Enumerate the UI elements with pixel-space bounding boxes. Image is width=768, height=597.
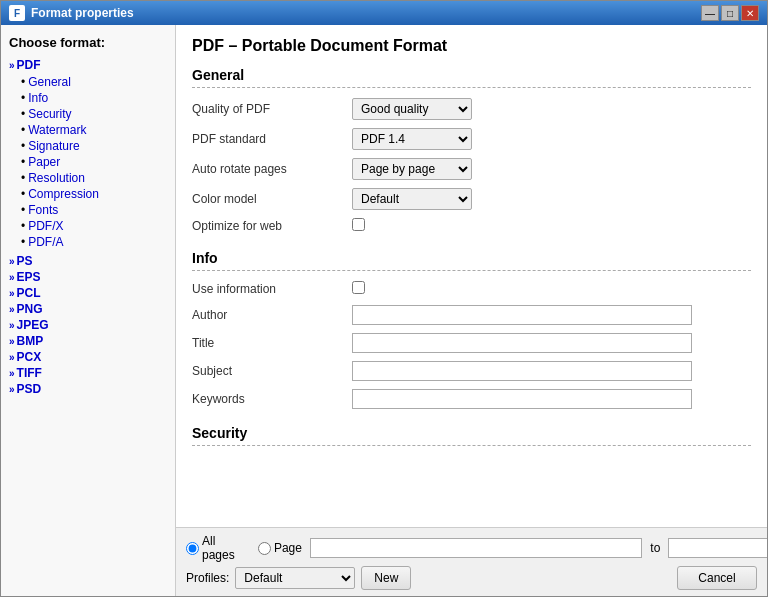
sidebar-item-png[interactable]: » PNG	[9, 302, 167, 316]
pdf-standard-control: PDF 1.4 PDF 1.5 PDF 1.6 PDF/A-1a PDF/A-1…	[352, 128, 751, 150]
cancel-button[interactable]: Cancel	[677, 566, 757, 590]
color-model-control: Default RGB CMYK Grayscale	[352, 188, 751, 210]
sidebar-sub-paper[interactable]: Paper	[21, 154, 167, 170]
pdf-standard-select[interactable]: PDF 1.4 PDF 1.5 PDF 1.6 PDF/A-1a PDF/A-1…	[352, 128, 472, 150]
sidebar-ps-label: PS	[17, 254, 33, 268]
use-info-checkbox[interactable]	[352, 281, 365, 294]
optimize-web-label: Optimize for web	[192, 219, 352, 233]
quality-label: Quality of PDF	[192, 102, 352, 116]
sidebar-item-pdf[interactable]: » PDF	[9, 58, 167, 72]
page-to-input[interactable]	[668, 538, 767, 558]
page-from-input[interactable]	[310, 538, 642, 558]
pdf-standard-label: PDF standard	[192, 132, 352, 146]
sidebar-jpeg-label: JPEG	[17, 318, 49, 332]
auto-rotate-row: Auto rotate pages Page by page None All	[192, 158, 751, 180]
sidebar-eps-label: EPS	[17, 270, 41, 284]
sidebar-sub-watermark[interactable]: Watermark	[21, 122, 167, 138]
arrow-icon-png: »	[9, 304, 15, 315]
cancel-actions: Cancel	[677, 566, 757, 590]
minimize-button[interactable]: —	[701, 5, 719, 21]
arrow-icon-pcl: »	[9, 288, 15, 299]
use-info-row: Use information	[192, 281, 751, 297]
sidebar-sub-security[interactable]: Security	[21, 106, 167, 122]
sidebar-item-ps[interactable]: » PS	[9, 254, 167, 268]
sidebar-sub-pdfx[interactable]: PDF/X	[21, 218, 167, 234]
bottom-row-pages: All pages Page to Continue	[186, 534, 757, 562]
main-window: F Format properties — □ ✕ Choose format:…	[0, 0, 768, 597]
section-security: Security	[192, 425, 751, 446]
auto-rotate-label: Auto rotate pages	[192, 162, 352, 176]
content-area: Choose format: » PDF General Info Securi…	[1, 25, 767, 596]
profiles-select[interactable]: Default	[235, 567, 355, 589]
new-button[interactable]: New	[361, 566, 411, 590]
sidebar-item-tiff[interactable]: » TIFF	[9, 366, 167, 380]
window-controls: — □ ✕	[701, 5, 759, 21]
sidebar-group-pdf: » PDF General Info Security Watermark Si…	[9, 58, 167, 250]
window-title: Format properties	[31, 6, 134, 20]
sidebar-item-bmp[interactable]: » BMP	[9, 334, 167, 348]
sidebar-png-label: PNG	[17, 302, 43, 316]
color-model-row: Color model Default RGB CMYK Grayscale	[192, 188, 751, 210]
sidebar-sub-pdfa[interactable]: PDF/A	[21, 234, 167, 250]
author-control	[352, 305, 751, 325]
close-button[interactable]: ✕	[741, 5, 759, 21]
keywords-input[interactable]	[352, 389, 692, 409]
page-radio[interactable]	[258, 542, 271, 555]
sidebar-sub-compression[interactable]: Compression	[21, 186, 167, 202]
quality-row: Quality of PDF Good quality Best quality…	[192, 98, 751, 120]
sidebar-pdf-label: PDF	[17, 58, 41, 72]
subject-control	[352, 361, 751, 381]
title-label: Title	[192, 336, 352, 350]
sidebar-item-pcx[interactable]: » PCX	[9, 350, 167, 364]
sidebar-bmp-label: BMP	[17, 334, 44, 348]
profiles-label: Profiles:	[186, 571, 229, 585]
title-control	[352, 333, 751, 353]
title-bar: F Format properties — □ ✕	[1, 1, 767, 25]
use-info-label: Use information	[192, 282, 352, 296]
maximize-button[interactable]: □	[721, 5, 739, 21]
optimize-web-checkbox[interactable]	[352, 218, 365, 231]
to-text: to	[650, 541, 660, 555]
sidebar-item-pcl[interactable]: » PCL	[9, 286, 167, 300]
author-label: Author	[192, 308, 352, 322]
keywords-row: Keywords	[192, 389, 751, 409]
arrow-icon-tiff: »	[9, 368, 15, 379]
auto-rotate-select[interactable]: Page by page None All	[352, 158, 472, 180]
title-input[interactable]	[352, 333, 692, 353]
arrow-icon-jpeg: »	[9, 320, 15, 331]
optimize-web-row: Optimize for web	[192, 218, 751, 234]
author-input[interactable]	[352, 305, 692, 325]
page-radio-label[interactable]: Page	[258, 541, 302, 555]
arrow-icon-psd: »	[9, 384, 15, 395]
quality-control: Good quality Best quality Compact Custom	[352, 98, 751, 120]
sidebar-item-psd[interactable]: » PSD	[9, 382, 167, 396]
color-model-select[interactable]: Default RGB CMYK Grayscale	[352, 188, 472, 210]
sidebar-item-jpeg[interactable]: » JPEG	[9, 318, 167, 332]
main-title: PDF – Portable Document Format	[192, 37, 751, 55]
bottom-bar: All pages Page to Continue	[176, 527, 767, 596]
all-pages-radio[interactable]	[186, 542, 199, 555]
section-general-header: General	[192, 67, 751, 88]
section-general: General Quality of PDF Good quality Best…	[192, 67, 751, 234]
sidebar-pcl-label: PCL	[17, 286, 41, 300]
optimize-web-control	[352, 218, 751, 234]
all-pages-radio-label[interactable]: All pages	[186, 534, 250, 562]
window-icon: F	[9, 5, 25, 21]
use-info-control	[352, 281, 751, 297]
sidebar: Choose format: » PDF General Info Securi…	[1, 25, 176, 596]
sidebar-sub-signature[interactable]: Signature	[21, 138, 167, 154]
title-row: Title	[192, 333, 751, 353]
subject-input[interactable]	[352, 361, 692, 381]
sidebar-title: Choose format:	[9, 35, 167, 50]
sidebar-sub-resolution[interactable]: Resolution	[21, 170, 167, 186]
sidebar-sub-general[interactable]: General	[21, 74, 167, 90]
all-pages-text: All pages	[202, 534, 250, 562]
arrow-icon-bmp: »	[9, 336, 15, 347]
keywords-control	[352, 389, 751, 409]
arrow-icon-ps: »	[9, 256, 15, 267]
sidebar-item-eps[interactable]: » EPS	[9, 270, 167, 284]
sidebar-psd-label: PSD	[17, 382, 42, 396]
quality-select[interactable]: Good quality Best quality Compact Custom	[352, 98, 472, 120]
sidebar-sub-info[interactable]: Info	[21, 90, 167, 106]
sidebar-sub-fonts[interactable]: Fonts	[21, 202, 167, 218]
